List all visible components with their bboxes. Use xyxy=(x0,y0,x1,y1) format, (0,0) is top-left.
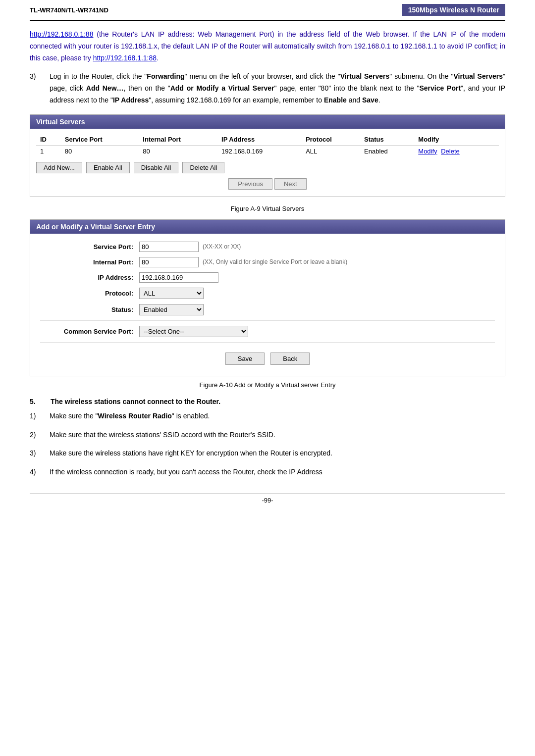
add-new-button[interactable]: Add New... xyxy=(36,162,82,173)
form-body: Service Port: (XX-XX or XX) Internal Por… xyxy=(30,234,505,376)
virtual-servers-title: Virtual Servers xyxy=(30,115,505,129)
step-3-content: Log in to the Router, click the "Forward… xyxy=(50,71,505,106)
next-button[interactable]: Next xyxy=(274,178,307,190)
enable-all-button[interactable]: Enable All xyxy=(86,162,130,173)
internal-port-row: Internal Port: (XX, Only valid for singl… xyxy=(40,257,495,267)
cell-status: Enabled xyxy=(360,145,414,157)
item-2-num: 2) xyxy=(30,429,50,441)
protocol-select[interactable]: ALL TCP UDP xyxy=(139,288,204,299)
service-port-control: (XX-XX or XX) xyxy=(139,242,241,252)
col-status: Status xyxy=(360,134,414,146)
status-label: Status: xyxy=(40,306,139,313)
page-number: -99- xyxy=(262,497,273,504)
add-modify-form: Add or Modify a Virtual Server Entry Ser… xyxy=(30,219,505,376)
status-row: Status: Enabled Disabled xyxy=(40,304,495,315)
figure-a9-caption: Figure A-9 Virtual Servers xyxy=(30,205,505,212)
cell-internal-port: 80 xyxy=(139,145,217,157)
virtual-servers-table: Virtual Servers ID Service Port Internal… xyxy=(30,114,505,197)
item-1-num: 1) xyxy=(30,410,50,422)
protocol-label: Protocol: xyxy=(40,290,139,297)
cell-service-port: 80 xyxy=(61,145,139,157)
item-4-num: 4) xyxy=(30,466,50,478)
item-2-content: Make sure that the wireless stations' SS… xyxy=(50,429,505,441)
section5-item-3: 3) Make sure the wireless stations have … xyxy=(30,448,505,459)
header-product: 150Mbps Wireless N Router xyxy=(402,4,505,16)
common-service-port-select[interactable]: --Select One-- xyxy=(139,326,248,337)
section5-item-4: 4) If the wireless connection is ready, … xyxy=(30,466,505,478)
disable-all-button[interactable]: Disable All xyxy=(134,162,179,173)
item-3-content: Make sure the wireless stations have rig… xyxy=(50,448,505,459)
link-ip2[interactable]: http://192.168.1.1:88 xyxy=(93,54,157,62)
service-port-input[interactable] xyxy=(139,242,199,252)
col-ip-address: IP Address xyxy=(217,134,302,146)
status-control: Enabled Disabled xyxy=(139,304,204,315)
protocol-row: Protocol: ALL TCP UDP xyxy=(40,288,495,299)
figure-a10-caption: Figure A-10 Add or Modify a Virtual serv… xyxy=(30,381,505,389)
common-service-port-row: Common Service Port: --Select One-- xyxy=(40,326,495,337)
service-port-hint: (XX-XX or XX) xyxy=(203,243,241,250)
table-navigation: Previous Next xyxy=(36,178,499,190)
section5-item-2: 2) Make sure that the wireless stations'… xyxy=(30,429,505,441)
common-service-port-label: Common Service Port: xyxy=(40,328,139,335)
page-footer: -99- xyxy=(30,493,505,514)
col-internal-port: Internal Port xyxy=(139,134,217,146)
save-button[interactable]: Save xyxy=(225,353,265,365)
cell-id: 1 xyxy=(36,145,61,157)
section-5-title: The wireless stations cannot connect to … xyxy=(51,398,220,405)
item-4-content: If the wireless connection is ready, but… xyxy=(50,466,505,478)
item-3-num: 3) xyxy=(30,448,50,459)
item-1-content: Make sure the "Wireless Router Radio" is… xyxy=(50,410,505,422)
common-service-port-control: --Select One-- xyxy=(139,326,248,337)
table-inner: ID Service Port Internal Port IP Address… xyxy=(30,129,505,197)
col-service-port: Service Port xyxy=(61,134,139,146)
section-5-num: 5. xyxy=(30,398,45,405)
internal-port-control: (XX, Only valid for single Service Port … xyxy=(139,257,347,267)
ip-address-label: IP Address: xyxy=(40,274,139,281)
table-row: 1 80 80 192.168.0.169 ALL Enabled Modify… xyxy=(36,145,499,157)
form-divider xyxy=(40,320,495,321)
data-table: ID Service Port Internal Port IP Address… xyxy=(36,134,499,157)
page-header: TL-WR740N/TL-WR741ND 150Mbps Wireless N … xyxy=(30,0,505,21)
internal-port-label: Internal Port: xyxy=(40,258,139,266)
form-title: Add or Modify a Virtual Server Entry xyxy=(30,220,505,234)
step-3-num: 3) xyxy=(30,71,50,106)
col-modify: Modify xyxy=(414,134,499,146)
delete-all-button[interactable]: Delete All xyxy=(182,162,224,173)
back-button[interactable]: Back xyxy=(270,353,310,365)
status-select[interactable]: Enabled Disabled xyxy=(139,304,204,315)
header-model: TL-WR740N/TL-WR741ND xyxy=(30,6,108,14)
previous-button[interactable]: Previous xyxy=(228,178,272,190)
form-action-buttons: Save Back xyxy=(40,348,495,368)
intro-paragraph: http://192.168.0.1:88 (the Router's LAN … xyxy=(30,29,505,64)
section-5-heading: 5. The wireless stations cannot connect … xyxy=(30,398,505,405)
section5-item-1: 1) Make sure the "Wireless Router Radio"… xyxy=(30,410,505,422)
delete-link[interactable]: Delete xyxy=(441,148,460,155)
ip-address-control xyxy=(139,272,218,283)
cell-ip-address: 192.168.0.169 xyxy=(217,145,302,157)
form-divider-2 xyxy=(40,342,495,343)
col-id: ID xyxy=(36,134,61,146)
ip-address-row: IP Address: xyxy=(40,272,495,283)
cell-modify: Modify Delete xyxy=(414,145,499,157)
service-port-row: Service Port: (XX-XX or XX) xyxy=(40,242,495,252)
cell-protocol: ALL xyxy=(302,145,360,157)
link-ip1[interactable]: http://192.168.0.1:88 xyxy=(30,30,93,38)
internal-port-hint: (XX, Only valid for single Service Port … xyxy=(203,258,347,265)
intro-text-end: . xyxy=(157,54,159,62)
service-port-label: Service Port: xyxy=(40,243,139,251)
col-protocol: Protocol xyxy=(302,134,360,146)
step-3: 3) Log in to the Router, click the "Forw… xyxy=(30,71,505,106)
table-action-buttons: Add New... Enable All Disable All Delete… xyxy=(36,162,499,173)
internal-port-input[interactable] xyxy=(139,257,199,267)
ip-address-input[interactable] xyxy=(139,272,218,283)
protocol-control: ALL TCP UDP xyxy=(139,288,204,299)
modify-link[interactable]: Modify xyxy=(418,148,437,155)
